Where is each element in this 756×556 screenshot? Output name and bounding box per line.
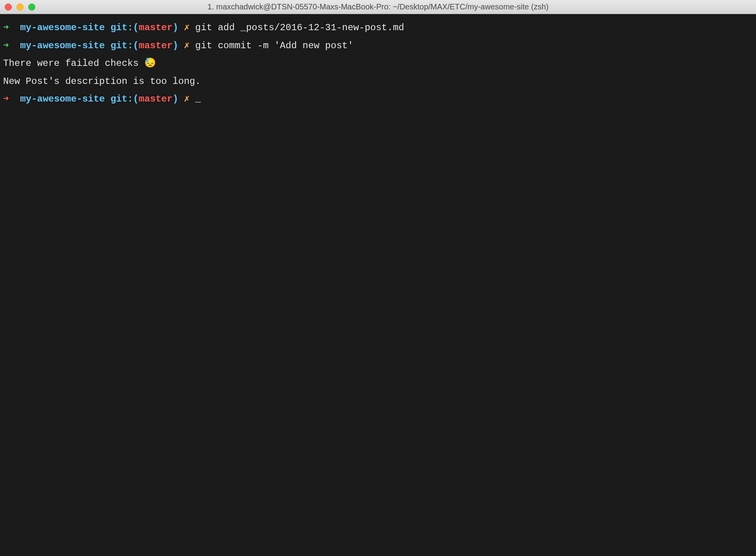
prompt-dirty-icon: ✗ xyxy=(184,94,189,104)
prompt-arrow-error-icon: ➜ xyxy=(3,94,9,104)
prompt-directory: my-awesome-site xyxy=(20,22,105,33)
prompt-dirty-icon: ✗ xyxy=(184,22,189,33)
terminal-output-1: There were failed checks 😓 xyxy=(3,55,753,73)
prompt-branch: master xyxy=(139,22,173,33)
maximize-button[interactable] xyxy=(28,4,35,11)
prompt-dirty-icon: ✗ xyxy=(184,40,189,51)
prompt-paren-close: ) xyxy=(173,94,178,104)
prompt-arrow-icon: ➜ xyxy=(3,22,9,33)
traffic-lights xyxy=(5,4,35,11)
terminal-line-prompt: ➜ my-awesome-site git:(master) ✗ _ xyxy=(3,90,753,108)
prompt-paren-open: ( xyxy=(133,40,138,51)
terminal-line-1: ➜ my-awesome-site git:(master) ✗ git add… xyxy=(3,19,753,37)
prompt-paren-open: ( xyxy=(133,94,138,104)
prompt-git-label: git: xyxy=(111,94,133,104)
terminal-line-2: ➜ my-awesome-site git:(master) ✗ git com… xyxy=(3,37,753,55)
window-titlebar: 1. maxchadwick@DTSN-05570-Maxs-MacBook-P… xyxy=(0,0,756,14)
prompt-branch: master xyxy=(139,94,173,104)
cursor: _ xyxy=(195,94,201,104)
command-text: git commit -m 'Add new post' xyxy=(195,40,353,51)
prompt-directory: my-awesome-site xyxy=(20,40,105,51)
terminal-output-2: New Post's description is too long. xyxy=(3,73,753,91)
prompt-paren-open: ( xyxy=(133,22,138,33)
prompt-paren-close: ) xyxy=(173,40,178,51)
command-text: git add _posts/2016-12-31-new-post.md xyxy=(195,22,404,33)
close-button[interactable] xyxy=(5,4,12,11)
prompt-paren-close: ) xyxy=(173,22,178,33)
prompt-git-label: git: xyxy=(111,40,133,51)
prompt-arrow-icon: ➜ xyxy=(3,40,9,51)
prompt-directory: my-awesome-site xyxy=(20,94,105,104)
prompt-git-label: git: xyxy=(111,22,133,33)
terminal-body[interactable]: ➜ my-awesome-site git:(master) ✗ git add… xyxy=(0,14,756,556)
prompt-branch: master xyxy=(139,40,173,51)
window-title: 1. maxchadwick@DTSN-05570-Maxs-MacBook-P… xyxy=(207,2,549,11)
minimize-button[interactable] xyxy=(16,4,24,11)
